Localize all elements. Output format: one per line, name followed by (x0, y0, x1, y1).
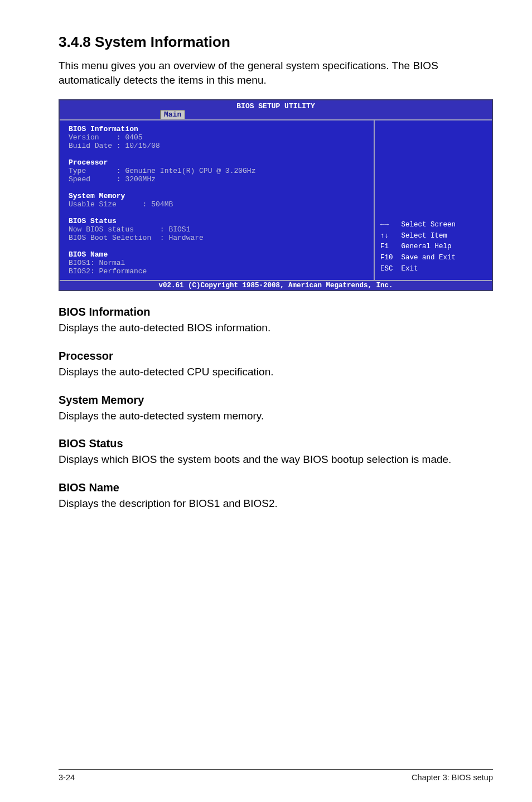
bios-build-date: Build Date : 10/15/08 (69, 142, 367, 150)
sub-system-memory: System Memory (59, 394, 493, 407)
processor-speed: Speed : 3200MHz (69, 175, 367, 183)
bios1-name: BIOS1: Normal (69, 259, 367, 267)
bios-status-header: BIOS Status (69, 217, 367, 225)
hint-save-exit: F10 Save and Exit (380, 254, 486, 263)
bios-now-status: Now BIOS status : BIOS1 (69, 225, 367, 234)
bios-content-left: BIOS Information Version : 0405 Build Da… (60, 119, 375, 280)
bios-tab-main[interactable]: Main (160, 110, 185, 119)
bios-help-panel: ←→ Select Screen ↑↓ Select Item F1 Gener… (375, 119, 492, 280)
hint-select-item: ↑↓ Select Item (380, 232, 486, 241)
footer-divider (59, 769, 493, 770)
memory-header: System Memory (69, 192, 367, 200)
sub-processor: Processor (59, 350, 493, 363)
bios2-name: BIOS2: Performance (69, 267, 367, 276)
bios-panel: BIOS SETUP UTILITY Main BIOS Information… (59, 99, 493, 291)
processor-type: Type : Genuine Intel(R) CPU @ 3.20GHz (69, 167, 367, 175)
sub-bios-status: BIOS Status (59, 437, 493, 450)
page-footer: 3-24 Chapter 3: BIOS setup (0, 769, 532, 782)
sub-bios-info-text: Displays the auto-detected BIOS informat… (59, 321, 493, 335)
chapter-label: Chapter 3: BIOS setup (412, 773, 493, 782)
sub-processor-text: Displays the auto-detected CPU specifica… (59, 365, 493, 379)
sub-bios-name-text: Displays the description for BIOS1 and B… (59, 496, 493, 511)
page-number: 3-24 (59, 773, 75, 782)
sub-bios-info: BIOS Information (59, 306, 493, 318)
hint-exit: ESC Exit (380, 265, 486, 274)
sub-system-memory-text: Displays the auto-detected system memory… (59, 409, 493, 423)
bios-header: BIOS SETUP UTILITY Main (60, 100, 492, 119)
hint-select-screen: ←→ Select Screen (380, 221, 486, 230)
bios-version: Version : 0405 (69, 133, 367, 142)
bios-info-header: BIOS Information (69, 125, 367, 133)
bios-title: BIOS SETUP UTILITY (236, 102, 315, 110)
bios-copyright: v02.61 (C)Copyright 1985-2008, American … (60, 280, 492, 290)
section-heading: 3.4.8 System Information (59, 33, 493, 51)
intro-text: This menu gives you an overview of the g… (59, 59, 493, 87)
sub-bios-status-text: Displays which BIOS the system boots and… (59, 452, 493, 467)
bios-name-header: BIOS Name (69, 250, 367, 259)
hint-general-help: F1 General Help (380, 243, 486, 252)
sub-bios-name: BIOS Name (59, 481, 493, 494)
memory-usable: Usable Size : 504MB (69, 200, 367, 209)
processor-header: Processor (69, 158, 367, 167)
bios-boot-selection: BIOS Boot Selection : Hardware (69, 234, 367, 242)
